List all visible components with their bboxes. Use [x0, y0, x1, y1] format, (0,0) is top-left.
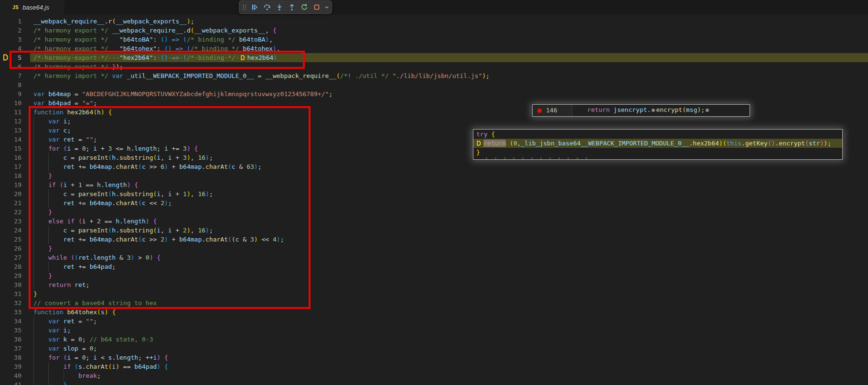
line-number[interactable]: 6 — [0, 62, 21, 71]
code-line-row-39[interactable]: 39if (s.charAt(i) == b64pad) { — [0, 362, 868, 371]
code-line[interactable]: /*·harmony·export·*/···"hex2b64":·()·=>·… — [30, 53, 868, 62]
line-number[interactable]: 17 — [0, 162, 21, 171]
code-line-row-9[interactable]: 9var b64map = "ABCDEFGHIJKLMNOPQRSTUVWXY… — [0, 89, 868, 99]
continue-button[interactable] — [248, 2, 260, 13]
code-line-row-18[interactable]: 18} — [0, 171, 868, 180]
line-number[interactable]: 24 — [0, 226, 21, 235]
code-line-row-41[interactable]: 41} — [0, 380, 868, 385]
code-line[interactable]: var i; — [30, 117, 71, 126]
line-number[interactable]: 2 — [0, 26, 21, 35]
line-number[interactable]: 35 — [0, 326, 21, 335]
line-number[interactable]: 32 — [0, 298, 21, 308]
code-line[interactable]: break; — [30, 371, 101, 380]
code-line-row-8[interactable]: 8 — [0, 80, 868, 89]
code-line[interactable]: } — [30, 171, 52, 180]
code-line[interactable]: } — [30, 244, 52, 253]
code-line[interactable]: var b64map = "ABCDEFGHIJKLMNOPQRSTUVWXYZ… — [30, 89, 332, 99]
line-number[interactable]: 11 — [0, 108, 21, 117]
code-line-row-17[interactable]: 17ret += b64map.charAt(c >> 6) + b64map.… — [0, 162, 868, 171]
code-line-row-1[interactable]: 1__webpack_require__.r(__webpack_exports… — [0, 17, 868, 26]
code-line-row-32[interactable]: 32// convert a base64 string to hex — [0, 298, 868, 308]
line-number[interactable]: 4 — [0, 44, 21, 53]
code-line[interactable]: return ret; — [30, 280, 89, 289]
code-line[interactable]: } — [30, 208, 52, 217]
code-line-row-3[interactable]: 3/* harmony export */ "b64toBA": () => (… — [0, 35, 868, 44]
code-line-row-20[interactable]: 20c = parseInt(h.substring(i, i + 1), 16… — [0, 189, 868, 198]
code-line[interactable]: __webpack_require__.r(__webpack_exports_… — [30, 17, 194, 26]
line-number[interactable]: 37 — [0, 344, 21, 353]
step-over-button[interactable] — [261, 2, 273, 13]
code-line-row-37[interactable]: 37var slop = 0; — [0, 344, 868, 353]
drag-handle-icon[interactable] — [241, 2, 248, 13]
code-line-row-25[interactable]: 25ret += b64map.charAt(c >> 2) + b64map.… — [0, 235, 868, 244]
code-line-row-31[interactable]: 31} — [0, 289, 868, 298]
code-line-row-5[interactable]: 5/*·harmony·export·*/···"hex2b64":·()·=>… — [0, 53, 868, 62]
code-line-row-27[interactable]: 27while ((ret.length & 3) > 0) { — [0, 253, 868, 262]
line-number[interactable]: 1 — [0, 17, 21, 26]
code-line-row-38[interactable]: 38for (i = 0; i < s.length; ++i) { — [0, 353, 868, 362]
code-line-row-21[interactable]: 21ret += b64map.charAt(c << 2); — [0, 198, 868, 208]
line-number[interactable]: 22 — [0, 208, 21, 217]
line-number[interactable]: 8 — [0, 80, 21, 89]
code-line[interactable]: } — [30, 271, 52, 280]
line-number[interactable]: 27 — [0, 253, 21, 262]
code-line-row-24[interactable]: 24c = parseInt(h.substring(i, i + 2), 16… — [0, 226, 868, 235]
code-line-row-2[interactable]: 2/* harmony export */ __webpack_require_… — [0, 26, 868, 35]
code-line[interactable]: var c; — [30, 126, 71, 135]
line-number[interactable]: 40 — [0, 371, 21, 380]
line-number[interactable]: 12 — [0, 117, 21, 126]
line-number[interactable]: 9 — [0, 89, 21, 99]
line-number[interactable]: 18 — [0, 171, 21, 180]
code-line-row-4[interactable]: 4/* harmony export */ "b64tohex": () => … — [0, 44, 868, 53]
line-number[interactable]: 33 — [0, 308, 21, 317]
code-line-row-29[interactable]: 29} — [0, 271, 868, 280]
code-line[interactable]: var b64pad = "="; — [30, 99, 97, 108]
line-number[interactable]: 26 — [0, 244, 21, 253]
code-line[interactable]: else if (i + 2 == h.length) { — [30, 217, 157, 226]
code-line[interactable]: for (i = 0; i + 3 <= h.length; i += 3) { — [30, 144, 198, 153]
code-line[interactable]: var slop = 0; — [30, 344, 97, 353]
code-line-row-19[interactable]: 19if (i + 1 == h.length) { — [0, 180, 868, 189]
code-editor[interactable]: 1__webpack_require__.r(__webpack_exports… — [0, 14, 868, 385]
code-line-row-6[interactable]: 6/* harmony export */ }); — [0, 62, 868, 71]
stop-button[interactable] — [311, 2, 322, 13]
line-number[interactable]: 38 — [0, 353, 21, 362]
line-number[interactable]: 16 — [0, 153, 21, 162]
code-line[interactable]: } — [30, 289, 37, 298]
code-line[interactable]: /* harmony export */ "b64toBA": () => (/… — [30, 35, 273, 44]
code-line-row-33[interactable]: 33function b64tohex(s) { — [0, 308, 868, 317]
line-number[interactable]: 31 — [0, 289, 21, 298]
code-line[interactable]: if (i + 1 == h.length) { — [30, 180, 138, 189]
code-line-row-7[interactable]: 7/* harmony import */ var _util__WEBPACK… — [0, 71, 868, 80]
line-number[interactable]: 14 — [0, 135, 21, 144]
line-number[interactable]: 7 — [0, 71, 21, 80]
code-line[interactable]: if (s.charAt(i) == b64pad) { — [30, 362, 168, 371]
code-line[interactable]: function b64tohex(s) { — [30, 308, 116, 317]
code-line[interactable]: var ret = ""; — [30, 135, 97, 144]
step-into-button[interactable] — [273, 2, 285, 13]
code-line[interactable]: ret += b64pad; — [30, 262, 116, 271]
code-line[interactable]: ret += b64map.charAt(c << 2); — [30, 198, 172, 208]
code-line-row-34[interactable]: 34var ret = ""; — [0, 317, 868, 326]
code-line[interactable]: for (i = 0; i < s.length; ++i) { — [30, 353, 168, 362]
line-number[interactable]: 36 — [0, 335, 21, 344]
line-number[interactable]: 28 — [0, 262, 21, 271]
line-number[interactable]: 15 — [0, 144, 21, 153]
line-number[interactable]: 25 — [0, 235, 21, 244]
line-number[interactable]: 23 — [0, 217, 21, 226]
line-number[interactable]: 10 — [0, 99, 21, 108]
line-number[interactable]: 29 — [0, 271, 21, 280]
code-line-row-35[interactable]: 35var i; — [0, 326, 868, 335]
line-number[interactable]: 21 — [0, 198, 21, 208]
code-line-row-40[interactable]: 40break; — [0, 371, 868, 380]
chevron-down-icon[interactable] — [323, 2, 330, 13]
line-number[interactable]: 13 — [0, 126, 21, 135]
code-line-row-26[interactable]: 26} — [0, 244, 868, 253]
code-line-row-12[interactable]: 12var i; — [0, 117, 868, 126]
step-out-button[interactable] — [286, 2, 298, 13]
code-line[interactable]: function hex2b64(h) { — [30, 108, 112, 117]
tab-base64-js[interactable]: JS base64.js — [0, 0, 64, 14]
code-line[interactable]: ret += b64map.charAt(c >> 2) + b64map.ch… — [30, 235, 284, 244]
code-line[interactable]: c = parseInt(h.substring(i, i + 1), 16); — [30, 189, 213, 198]
code-line[interactable]: var ret = ""; — [30, 317, 97, 326]
